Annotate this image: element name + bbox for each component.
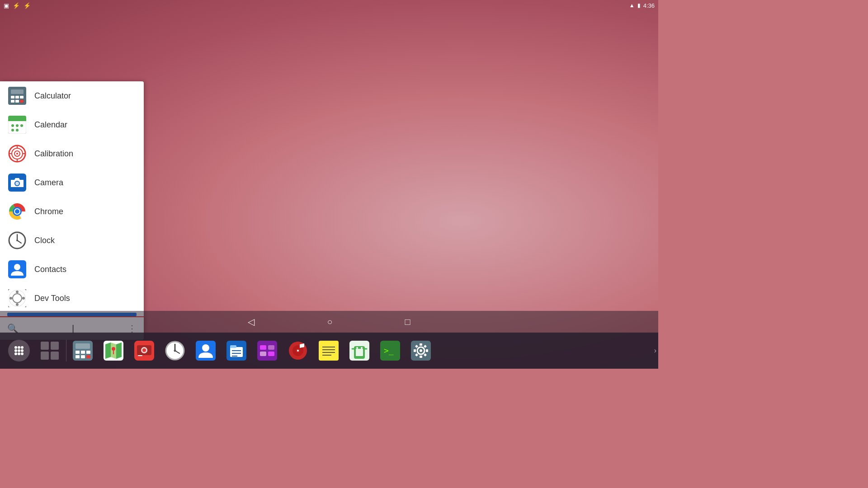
app-item-calculator[interactable]: Calculator (0, 81, 144, 110)
contacts-icon (7, 259, 27, 279)
taskbar-android[interactable] (344, 335, 375, 366)
taskbar-gallery[interactable] (252, 335, 283, 366)
svg-point-27 (15, 182, 19, 185)
app-item-camera[interactable]: Camera (0, 168, 144, 197)
calendar-icon (7, 115, 27, 135)
svg-point-48 (18, 349, 20, 352)
taskbar: >_ › (0, 333, 658, 369)
svg-rect-3 (15, 96, 19, 99)
svg-rect-63 (81, 355, 85, 358)
camera-icon (7, 173, 27, 192)
svg-point-20 (16, 153, 18, 155)
app-drawer: Calculator Calendar (0, 81, 144, 340)
recents-button[interactable]: □ (405, 317, 410, 327)
grid-icon (40, 341, 60, 361)
svg-rect-61 (86, 351, 90, 354)
svg-rect-4 (20, 96, 24, 99)
svg-text:>_: >_ (384, 346, 394, 355)
taskbar-files[interactable] (221, 335, 252, 366)
svg-rect-55 (41, 352, 49, 360)
taskbar-map-icon (104, 341, 123, 361)
svg-point-50 (14, 352, 17, 355)
app-list: Calculator Calendar (0, 81, 144, 316)
taskbar-clock[interactable] (160, 335, 190, 366)
taskbar-calculator[interactable] (67, 335, 98, 366)
taskbar-grid[interactable] (34, 335, 65, 366)
svg-point-66 (112, 347, 115, 351)
taskbar-settings[interactable] (406, 335, 436, 366)
back-button[interactable]: ◁ (248, 316, 255, 327)
devtools-label: Dev Tools (34, 294, 70, 303)
taskbar-right-arrow[interactable]: › (654, 347, 656, 355)
svg-point-102 (361, 347, 363, 349)
svg-point-16 (16, 129, 19, 131)
svg-rect-113 (426, 349, 428, 352)
svg-point-41 (16, 303, 19, 306)
svg-rect-6 (15, 100, 19, 103)
calculator-icon (7, 86, 27, 106)
wifi-icon: ▲ (629, 2, 635, 9)
svg-rect-59 (75, 351, 80, 354)
svg-point-51 (18, 352, 20, 355)
svg-rect-84 (257, 341, 277, 361)
svg-rect-2 (11, 96, 14, 99)
svg-point-52 (21, 352, 24, 355)
svg-rect-1 (11, 89, 24, 94)
taskbar-screencap[interactable] (129, 335, 160, 366)
svg-point-37 (14, 264, 20, 270)
svg-rect-58 (75, 343, 90, 349)
taskbar-notes[interactable] (313, 335, 344, 366)
taskbar-app-drawer[interactable] (4, 335, 34, 366)
taskbar-divider-1 (66, 340, 66, 361)
usb-icon: ⚡ (13, 2, 20, 9)
battery-icon: ▮ (637, 2, 641, 9)
svg-rect-8 (20, 100, 24, 103)
svg-rect-87 (260, 352, 266, 356)
camera-label: Camera (34, 178, 63, 188)
app-item-devtools[interactable]: Dev Tools (0, 284, 144, 313)
svg-point-45 (18, 346, 20, 349)
screen-icon: ▣ (4, 2, 9, 9)
svg-point-31 (15, 209, 19, 214)
app-item-clock[interactable]: Clock (0, 226, 144, 255)
usb2-icon: ⚡ (24, 2, 31, 9)
devtools-icon (7, 288, 27, 308)
taskbar-android-icon (349, 341, 369, 361)
svg-rect-80 (230, 345, 236, 348)
svg-point-109 (420, 349, 422, 352)
calibration-label: Calibration (34, 149, 73, 159)
svg-rect-93 (319, 341, 339, 361)
taskbar-notes-icon (319, 341, 339, 361)
svg-rect-79 (230, 347, 243, 357)
svg-rect-62 (75, 355, 80, 358)
svg-point-47 (14, 349, 17, 352)
svg-rect-85 (260, 345, 266, 350)
status-left-icons: ▣ ⚡ ⚡ (4, 2, 31, 9)
svg-point-101 (356, 347, 358, 349)
status-time: 4:36 (643, 2, 655, 9)
taskbar-terminal[interactable]: >_ (375, 335, 406, 366)
taskbar-calc-icon (73, 341, 93, 361)
calendar-label: Calendar (34, 120, 67, 130)
svg-rect-53 (41, 342, 49, 350)
app-item-calendar[interactable]: Calendar (0, 110, 144, 139)
app-item-chrome[interactable]: Chrome (0, 197, 144, 226)
svg-point-12 (11, 124, 14, 127)
svg-rect-60 (81, 351, 85, 354)
taskbar-files-icon (226, 341, 246, 361)
taskbar-maps[interactable] (98, 335, 129, 366)
svg-rect-11 (8, 119, 26, 121)
svg-point-35 (16, 239, 18, 241)
taskbar-screencap-icon (134, 341, 154, 361)
svg-point-42 (9, 297, 12, 300)
taskbar-music[interactable] (283, 335, 313, 366)
svg-rect-110 (420, 343, 422, 346)
app-item-calibration[interactable]: Calibration (0, 139, 144, 168)
home-button[interactable]: ○ (327, 317, 332, 327)
taskbar-contacts[interactable] (190, 335, 221, 366)
app-drawer-icon (8, 340, 30, 361)
app-item-contacts[interactable]: Contacts (0, 255, 144, 284)
svg-rect-54 (51, 342, 59, 350)
taskbar-terminal-icon: >_ (380, 341, 400, 361)
svg-point-15 (11, 129, 14, 131)
